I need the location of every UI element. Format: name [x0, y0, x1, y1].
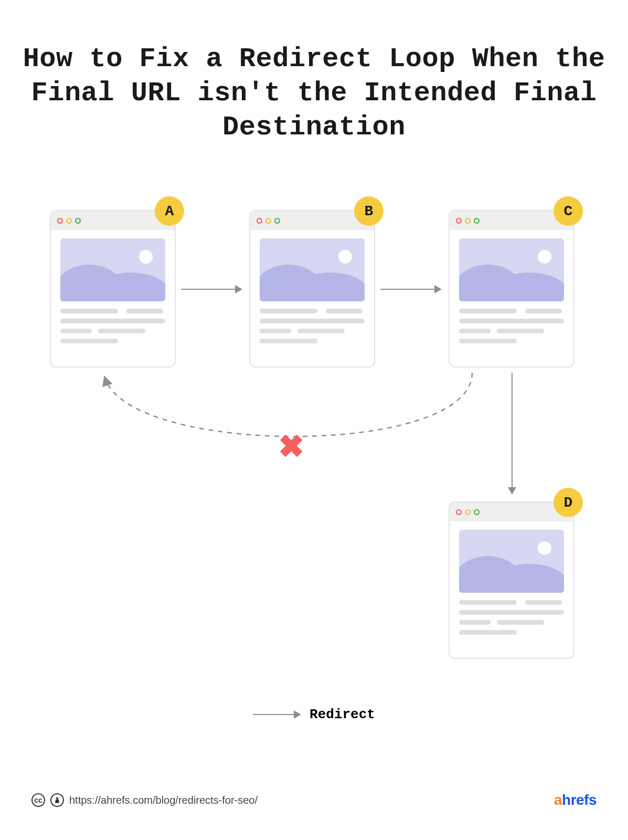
source-url: https://ahrefs.com/blog/redirects-for-se… — [69, 794, 258, 806]
traffic-light-green-icon — [474, 509, 480, 515]
footer: cc https://ahrefs.com/blog/redirects-for… — [31, 792, 597, 808]
traffic-light-yellow-icon — [465, 218, 471, 224]
page-title: How to Fix a Redirect Loop When the Fina… — [0, 42, 628, 144]
legend: Redirect — [0, 704, 628, 722]
node-badge-d: D — [554, 488, 583, 517]
redirect-arrow-b-c — [380, 289, 441, 290]
legend-arrow-icon — [253, 714, 300, 715]
cc-license-icon: cc — [31, 793, 45, 807]
traffic-light-green-icon — [474, 218, 480, 224]
node-badge-b: B — [354, 196, 384, 226]
legend-label: Redirect — [310, 707, 375, 722]
traffic-light-green-icon — [75, 218, 81, 224]
image-placeholder-icon — [459, 530, 564, 593]
node-badge-c: C — [554, 196, 583, 226]
image-placeholder-icon — [260, 238, 365, 301]
traffic-light-red-icon — [257, 218, 262, 224]
traffic-light-red-icon — [456, 509, 462, 515]
page-card-b: B — [249, 210, 375, 368]
page-card-d: D — [449, 501, 574, 659]
traffic-light-red-icon — [456, 218, 462, 224]
svg-point-0 — [56, 797, 58, 799]
redirect-arrow-a-b — [181, 289, 241, 290]
traffic-light-yellow-icon — [66, 218, 72, 224]
page-card-a: A — [50, 210, 176, 368]
traffic-light-green-icon — [274, 218, 280, 224]
page-card-c: C — [449, 210, 574, 368]
image-placeholder-icon — [459, 238, 564, 301]
text-placeholder — [250, 309, 374, 349]
text-placeholder — [51, 309, 175, 349]
traffic-light-yellow-icon — [465, 509, 471, 515]
image-placeholder-icon — [60, 238, 165, 301]
node-badge-a: A — [155, 196, 184, 226]
redirect-arrow-c-d — [512, 373, 513, 494]
traffic-light-red-icon — [57, 218, 63, 224]
traffic-light-yellow-icon — [265, 218, 271, 224]
text-placeholder — [450, 309, 573, 349]
text-placeholder — [450, 600, 573, 640]
ahrefs-logo: ahrefs — [554, 792, 597, 808]
attribution-icon — [50, 793, 64, 807]
cross-icon: ✖ — [278, 428, 304, 465]
